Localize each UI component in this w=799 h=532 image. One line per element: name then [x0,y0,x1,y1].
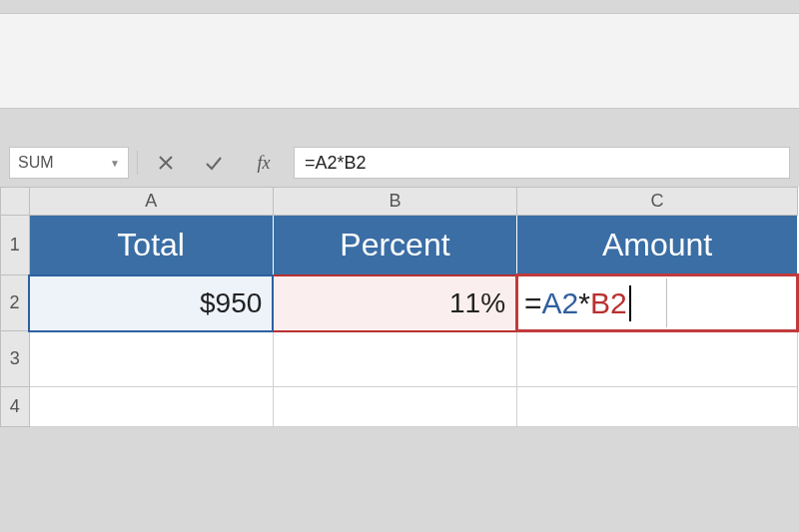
formula-text: =A2*B2 [305,153,367,174]
cell-b1[interactable]: Percent [273,216,516,275]
close-icon [156,153,176,173]
select-all-corner[interactable] [1,188,30,216]
cell-c2[interactable]: =A2*B2 [517,275,798,331]
formula-ref-a2: A2 [542,286,579,320]
formula-input[interactable]: =A2*B2 [294,147,790,179]
cell-b2[interactable]: 11% [273,275,516,331]
text-cursor-icon [629,285,631,321]
cell-a3[interactable] [29,331,273,387]
cell-b3[interactable] [273,331,516,387]
row-header-3[interactable]: 3 [1,331,30,387]
column-header-b[interactable]: B [273,188,516,216]
cell-c1[interactable]: Amount [517,216,798,275]
formula-ref-b2: B2 [590,286,627,320]
enter-button[interactable] [194,147,234,179]
cell-a1[interactable]: Total [29,216,273,275]
check-icon [204,153,224,173]
cell-b4[interactable] [273,387,516,427]
column-header-a[interactable]: A [29,188,273,216]
formula-operator: * [578,286,590,320]
row-header-1[interactable]: 1 [1,216,30,275]
chevron-down-icon: ▼ [110,158,120,169]
formula-equals: = [524,286,542,320]
cell-c4[interactable] [517,387,798,427]
cell-a4[interactable] [29,387,273,427]
column-header-c[interactable]: C [517,188,798,216]
formula-bar-row: SUM ▼ fx =A2*B2 [9,147,790,179]
cell-c3[interactable] [517,331,798,387]
fx-icon[interactable]: fx [242,147,286,179]
ribbon-placeholder [0,13,799,109]
row-header-2[interactable]: 2 [1,275,30,331]
cell-a2[interactable]: $950 [29,275,273,331]
divider [137,151,138,175]
cancel-button[interactable] [146,147,186,179]
name-box[interactable]: SUM ▼ [9,147,129,179]
row-header-4[interactable]: 4 [1,387,30,427]
cell-edit-divider [666,278,667,327]
spreadsheet-grid[interactable]: A B C 1 Total Percent Amount 2 $950 11% … [0,187,799,427]
cell-c2-editor: =A2*B2 [518,276,796,329]
name-box-value: SUM [18,154,54,172]
